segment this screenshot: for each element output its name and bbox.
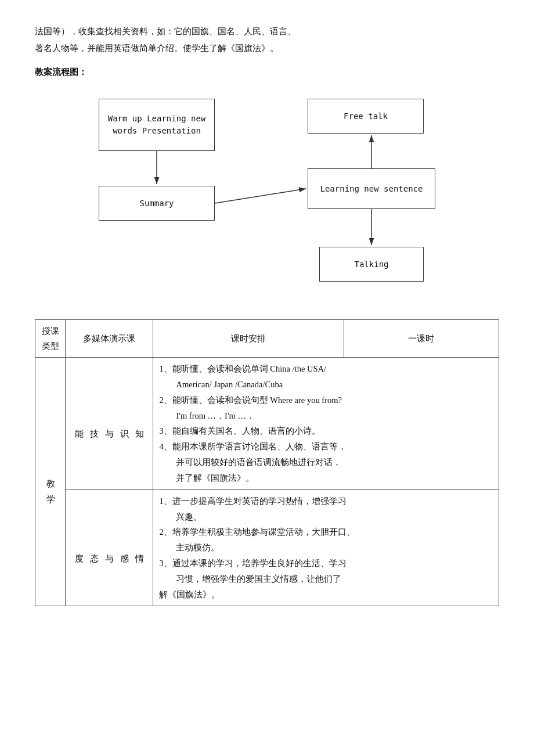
flowchart-box-summary: Summary [99, 186, 215, 221]
inner-label-2: 情感与态度 [66, 489, 153, 606]
header-col4: 一课时 [344, 320, 499, 358]
flowchart-box-freetalk: Free talk [308, 99, 424, 134]
content-1: 1、能听懂、会读和会说单词 China /the USA/ American/ … [153, 358, 499, 490]
table-row-1: 教 学 知识与技能 1、能听懂、会读和会说单词 China /the USA/ … [35, 358, 499, 490]
header-col1: 授课类型 [35, 320, 66, 358]
intro-text: 法国等），收集查找相关资料，如：它的国旗、国名、人民、语言、 著名人物等，并能用… [35, 23, 499, 56]
flowchart: Warm up Learning new words Presentation … [35, 87, 499, 302]
table-header-row: 授课类型 多媒体演示课 课时安排 一课时 [35, 320, 499, 358]
content-2: 1、进一步提高学生对英语的学习热情，增强学习 兴趣。 2、培养学生积极主动地参与… [153, 489, 499, 606]
inner-label-1: 知识与技能 [66, 358, 153, 490]
section-title: 教案流程图： [35, 67, 499, 78]
flowchart-box-learning: Learning new sentence [308, 168, 435, 209]
svg-line-2 [215, 189, 306, 203]
outer-label-1: 教 学 [35, 358, 66, 606]
header-col2: 多媒体演示课 [66, 320, 153, 358]
main-table: 授课类型 多媒体演示课 课时安排 一课时 教 学 知识与技能 1、能听懂、会读和… [35, 319, 499, 606]
flowchart-box-talking: Talking [319, 247, 424, 282]
table-row-2: 情感与态度 1、进一步提高学生对英语的学习热情，增强学习 兴趣。 2、培养学生积… [35, 489, 499, 606]
header-col3: 课时安排 [153, 320, 344, 358]
intro-line1: 法国等），收集查找相关资料，如：它的国旗、国名、人民、语言、 [35, 27, 296, 36]
intro-line2: 著名人物等，并能用英语做简单介绍。使学生了解《国旗法》。 [35, 44, 279, 53]
flowchart-box-warmup: Warm up Learning new words Presentation [99, 99, 215, 151]
